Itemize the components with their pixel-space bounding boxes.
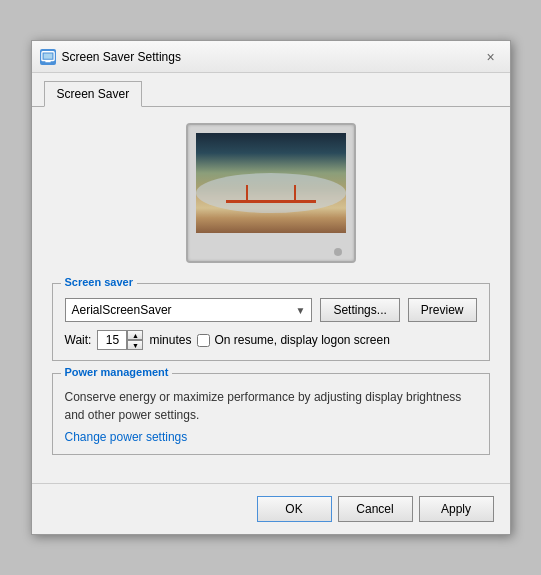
screen-fog bbox=[196, 173, 346, 213]
power-management-group: Power management Conserve energy or maxi… bbox=[52, 373, 490, 455]
screen-saver-dialog: Screen Saver Settings × Screen Saver Scr… bbox=[31, 40, 511, 535]
close-button[interactable]: × bbox=[480, 46, 502, 68]
wait-input[interactable] bbox=[97, 330, 127, 350]
wait-spinner[interactable]: ▲ ▼ bbox=[97, 330, 143, 350]
chevron-down-icon: ▼ bbox=[296, 305, 306, 316]
logon-screen-label[interactable]: On resume, display logon screen bbox=[197, 333, 389, 347]
monitor-screen bbox=[196, 133, 346, 233]
svg-rect-1 bbox=[43, 53, 52, 58]
cancel-button[interactable]: Cancel bbox=[338, 496, 413, 522]
screen-bridge bbox=[226, 200, 316, 203]
power-description: Conserve energy or maximize performance … bbox=[65, 388, 477, 424]
change-power-settings-link[interactable]: Change power settings bbox=[65, 430, 188, 444]
spin-down-button[interactable]: ▼ bbox=[127, 340, 143, 350]
screensaver-section-label: Screen saver bbox=[61, 276, 138, 288]
apply-button[interactable]: Apply bbox=[419, 496, 494, 522]
screensaver-row: AerialScreenSaver ▼ Settings... Preview bbox=[65, 298, 477, 322]
monitor-dot bbox=[334, 248, 342, 256]
dropdown-value: AerialScreenSaver bbox=[72, 303, 172, 317]
screensaver-group: Screen saver AerialScreenSaver ▼ Setting… bbox=[52, 283, 490, 361]
monitor-frame bbox=[186, 123, 356, 263]
dialog-icon bbox=[40, 49, 56, 65]
screen-image bbox=[196, 133, 346, 233]
title-bar: Screen Saver Settings × bbox=[32, 41, 510, 73]
screensaver-dropdown[interactable]: AerialScreenSaver ▼ bbox=[65, 298, 313, 322]
settings-button[interactable]: Settings... bbox=[320, 298, 399, 322]
ok-button[interactable]: OK bbox=[257, 496, 332, 522]
tab-bar: Screen Saver bbox=[32, 73, 510, 107]
tab-screen-saver[interactable]: Screen Saver bbox=[44, 81, 143, 107]
spin-up-button[interactable]: ▲ bbox=[127, 330, 143, 340]
power-section-label: Power management bbox=[61, 366, 173, 378]
minutes-label: minutes bbox=[149, 333, 191, 347]
window-title: Screen Saver Settings bbox=[62, 50, 480, 64]
wait-label: Wait: bbox=[65, 333, 92, 347]
preview-area bbox=[52, 123, 490, 263]
dialog-content: Screen saver AerialScreenSaver ▼ Setting… bbox=[32, 107, 510, 483]
preview-button[interactable]: Preview bbox=[408, 298, 477, 322]
spinner-buttons: ▲ ▼ bbox=[127, 330, 143, 350]
logon-screen-checkbox[interactable] bbox=[197, 334, 210, 347]
logon-screen-text: On resume, display logon screen bbox=[214, 333, 389, 347]
svg-rect-2 bbox=[45, 60, 50, 62]
wait-row: Wait: ▲ ▼ minutes On resume, display log… bbox=[65, 330, 477, 350]
button-row: OK Cancel Apply bbox=[32, 483, 510, 534]
